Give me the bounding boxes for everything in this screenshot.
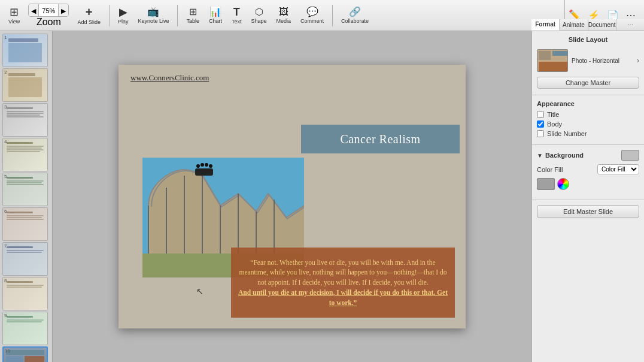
slide-title-text: Cancer Realism bbox=[340, 132, 420, 146]
media-icon: 🖼 bbox=[279, 7, 288, 17]
format-icon: ✏️ bbox=[569, 10, 581, 20]
add-slide-button[interactable]: + Add Slide bbox=[74, 5, 104, 26]
slide-panel: 1 2 bbox=[0, 31, 53, 362]
play-label: Play bbox=[118, 19, 129, 25]
media-button[interactable]: 🖼 Media bbox=[273, 6, 295, 25]
canvas-area[interactable]: www.ConnersClinic.com Cancer Realism bbox=[53, 31, 531, 362]
edit-master-slide-button[interactable]: Edit Master Slide bbox=[537, 205, 639, 218]
body-checkbox[interactable] bbox=[537, 120, 544, 128]
divider-2 bbox=[532, 144, 644, 145]
color-fill-select[interactable]: Color Fill bbox=[597, 164, 639, 174]
table-icon: ⊞ bbox=[189, 7, 197, 17]
slide-number-6: 6 bbox=[4, 209, 7, 214]
shape-icon: ⬡ bbox=[255, 7, 263, 17]
slide-url-text: www.ConnersClinic.com bbox=[130, 73, 209, 83]
divider-1 bbox=[532, 95, 644, 95]
slide-number-checkbox-row: Slide Number bbox=[537, 130, 639, 137]
svg-point-11 bbox=[196, 164, 200, 168]
bg-triangle-icon: ▼ bbox=[537, 152, 543, 159]
media-label: Media bbox=[277, 18, 291, 24]
slide-number-5: 5 bbox=[4, 174, 7, 179]
svg-point-12 bbox=[201, 163, 204, 167]
chart-label: Chart bbox=[209, 18, 222, 24]
keynote-live-label: Keynote Live bbox=[138, 18, 169, 24]
slide-thumb-4[interactable]: 4 bbox=[2, 138, 48, 171]
zoom-control: ◀ 75% ▶ Zoom bbox=[26, 2, 71, 29]
keynote-live-button[interactable]: 📺 Keynote Live bbox=[134, 6, 172, 25]
layout-thumb-inner bbox=[537, 50, 567, 71]
table-button[interactable]: ⊞ Table bbox=[183, 6, 203, 25]
layout-info: Photo - Horizontal bbox=[572, 57, 633, 65]
body-checkbox-label: Body bbox=[547, 120, 562, 128]
separator-3 bbox=[332, 5, 333, 26]
main-area: 1 2 bbox=[0, 31, 644, 362]
slide-thumb-2[interactable]: 2 bbox=[2, 68, 48, 102]
slide-number-9: 9 bbox=[4, 313, 7, 318]
slide-number-3: 3 bbox=[4, 104, 7, 110]
color-wheel-button[interactable] bbox=[557, 178, 569, 190]
slide-thumb-5[interactable]: 5 bbox=[2, 173, 48, 206]
slide-number-8: 8 bbox=[4, 278, 7, 283]
text-label: Text bbox=[232, 19, 242, 25]
collaborate-icon: 🔗 bbox=[349, 7, 361, 17]
title-checkbox-label: Title bbox=[547, 111, 559, 118]
animate-tab[interactable]: Animate bbox=[560, 19, 588, 31]
layout-name: Photo - Horizontal bbox=[572, 57, 633, 65]
appearance-title: Appearance bbox=[537, 100, 639, 107]
slide-number-4: 4 bbox=[4, 139, 7, 144]
comment-icon: 💬 bbox=[306, 7, 318, 17]
cursor-indicator: ↖ bbox=[196, 286, 203, 296]
text-button[interactable]: T Text bbox=[228, 5, 245, 26]
bg-header: ▼ Background bbox=[537, 150, 639, 161]
comment-button[interactable]: 💬 Comment bbox=[297, 6, 327, 25]
slide-thumb-6[interactable]: 6 bbox=[2, 207, 48, 241]
chart-icon: 📊 bbox=[209, 7, 221, 17]
shape-label: Shape bbox=[251, 18, 267, 24]
zoom-decrease-button[interactable]: ◀ bbox=[29, 4, 38, 16]
view-label: View bbox=[8, 19, 20, 25]
svg-rect-17 bbox=[552, 51, 567, 56]
title-checkbox-row: Title bbox=[537, 111, 639, 118]
play-button[interactable]: ▶ Play bbox=[114, 5, 132, 26]
slide-number-checkbox[interactable] bbox=[537, 130, 544, 137]
comment-label: Comment bbox=[300, 18, 324, 24]
view-button[interactable]: ⊞ View bbox=[5, 5, 23, 26]
layout-thumbnail bbox=[537, 49, 568, 72]
format-tab[interactable]: Format bbox=[531, 19, 560, 31]
text-icon: T bbox=[233, 7, 240, 17]
slide-thumb-7[interactable]: 7 bbox=[2, 242, 48, 276]
svg-rect-16 bbox=[539, 51, 551, 60]
color-fill-row: Color Fill Color Fill bbox=[537, 164, 639, 174]
slide-thumb-3[interactable]: 3 bbox=[2, 103, 48, 137]
more-options-tab[interactable]: ⋯ bbox=[616, 19, 644, 31]
slide-number-10: 10 bbox=[5, 348, 10, 354]
zoom-increase-button[interactable]: ▶ bbox=[59, 4, 68, 16]
slide-canvas: www.ConnersClinic.com Cancer Realism bbox=[119, 65, 466, 328]
zoom-selector[interactable]: ◀ 75% ▶ bbox=[28, 4, 69, 17]
bg-color-swatch[interactable] bbox=[621, 150, 639, 161]
slide-thumb-1[interactable]: 1 bbox=[2, 34, 48, 67]
add-slide-label: Add Slide bbox=[77, 19, 101, 25]
play-icon: ▶ bbox=[119, 7, 127, 17]
svg-rect-18 bbox=[539, 62, 567, 71]
title-checkbox[interactable] bbox=[537, 111, 544, 118]
separator-1 bbox=[109, 5, 110, 26]
change-master-button[interactable]: Change Master bbox=[537, 77, 639, 89]
view-icon: ⊞ bbox=[10, 7, 19, 17]
slide-thumb-9[interactable]: 9 bbox=[2, 312, 48, 345]
add-slide-icon: + bbox=[86, 6, 93, 18]
chart-button[interactable]: 📊 Chart bbox=[205, 6, 226, 25]
slide-thumb-10[interactable]: 10 bbox=[2, 346, 48, 362]
shape-button[interactable]: ⬡ Shape bbox=[248, 6, 271, 25]
collaborate-button[interactable]: 🔗 Collaborate bbox=[338, 6, 372, 25]
color-swatch-gray[interactable] bbox=[537, 178, 555, 190]
slide-number-7: 7 bbox=[4, 243, 7, 249]
color-row bbox=[537, 178, 639, 190]
layout-thumb-area: Photo - Horizontal › bbox=[532, 46, 644, 76]
slide-number-2: 2 bbox=[4, 70, 7, 75]
slide-quote-box: “Fear not. Whether you live or die, you … bbox=[231, 248, 455, 318]
zoom-value: 75% bbox=[38, 4, 59, 16]
separator-2 bbox=[177, 5, 178, 26]
slide-thumb-8[interactable]: 8 bbox=[2, 277, 48, 310]
document-tab[interactable]: Document bbox=[588, 19, 616, 31]
